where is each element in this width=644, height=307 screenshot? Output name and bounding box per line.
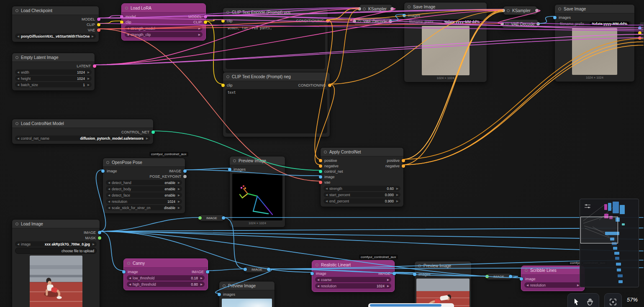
comfyui-canvas[interactable]: Load CheckpointMODELCLIPVAE◀ponyDiffusio…: [0, 0, 644, 307]
decrement-arrow-icon[interactable]: ◀: [326, 200, 328, 203]
node-collapse-dot[interactable]: [525, 269, 528, 272]
collapsed-output-dot[interactable]: [389, 20, 392, 23]
output-slot-VAE[interactable]: [97, 28, 100, 32]
collapsed-input-dot[interactable]: [353, 20, 356, 23]
widget-filename_prefix[interactable]: filename_prefix%date:yyyy-MM-dd%: [558, 21, 631, 26]
increment-arrow-icon[interactable]: ▶: [396, 193, 398, 197]
output-slot-positive[interactable]: [402, 159, 405, 162]
reroute-input-dot[interactable]: [244, 268, 247, 271]
decrement-arrow-icon[interactable]: ◀: [108, 181, 110, 184]
zoom-level[interactable]: 57%: [627, 297, 638, 303]
input-slot-images[interactable]: [413, 273, 416, 276]
decrement-arrow-icon[interactable]: ◀: [317, 284, 319, 288]
widget-detect_hand[interactable]: ◀detect_handenable▶: [106, 180, 182, 185]
output-slot-IMAGE[interactable]: [206, 270, 209, 274]
reroute-node[interactable]: IMAGE: [245, 266, 269, 273]
node-collapse-dot[interactable]: [226, 75, 229, 78]
node-header[interactable]: Preview Image: [230, 156, 285, 165]
node-collapse-dot[interactable]: [507, 9, 510, 12]
widget-resolution[interactable]: ◀resolution▶: [524, 282, 581, 288]
widget-strength_clip[interactable]: ◀strength_clip▶: [125, 32, 203, 37]
reroute-node[interactable]: IMAGE: [487, 273, 511, 280]
input-slot-image[interactable]: [520, 277, 523, 281]
input-slot-clip[interactable]: [221, 84, 225, 87]
decrement-arrow-icon[interactable]: ◀: [326, 193, 328, 197]
node-collapse-dot[interactable]: [125, 7, 128, 10]
increment-arrow-icon[interactable]: ▶: [198, 33, 200, 36]
output-slot-IMAGE[interactable]: [393, 272, 396, 275]
input-slot-vae[interactable]: [319, 181, 322, 184]
increment-arrow-icon[interactable]: ▶: [92, 243, 95, 246]
node-collapse-dot[interactable]: [505, 23, 508, 26]
increment-arrow-icon[interactable]: ▶: [87, 77, 90, 80]
node-collapse-dot[interactable]: [15, 9, 18, 12]
node-collapse-dot[interactable]: [363, 8, 366, 10]
output-slot-LATENT[interactable]: [93, 64, 96, 68]
decrement-arrow-icon[interactable]: ◀: [326, 187, 328, 190]
node-collapse-dot[interactable]: [226, 11, 229, 14]
node-collapse-dot[interactable]: [106, 161, 109, 164]
output-slot-MODEL[interactable]: [97, 18, 100, 21]
offscreen-slot-dot[interactable]: [638, 36, 641, 40]
output-slot-CLIP[interactable]: [204, 20, 207, 24]
decrement-arrow-icon[interactable]: ◀: [17, 77, 19, 80]
node-collapse-dot[interactable]: [223, 284, 226, 287]
increment-arrow-icon[interactable]: ▶: [87, 83, 90, 87]
node-header[interactable]: OpenPose Pose: [103, 158, 185, 167]
increment-arrow-icon[interactable]: ▶: [178, 187, 180, 191]
decrement-arrow-icon[interactable]: ◀: [108, 206, 110, 210]
input-slot-positive[interactable]: [319, 159, 322, 162]
increment-arrow-icon[interactable]: ▶: [396, 200, 398, 203]
node-collapse-dot[interactable]: [408, 5, 411, 8]
widget-strength_model[interactable]: ◀strength_model▶: [125, 26, 203, 31]
node-header[interactable]: Empty Latent Image: [12, 53, 95, 62]
increment-arrow-icon[interactable]: ▶: [198, 27, 200, 30]
widget-combo[interactable]: ◀ponyDiffusionV6XL_v6StartWithThisOne...…: [15, 33, 96, 39]
increment-arrow-icon[interactable]: ▶: [387, 278, 389, 281]
input-slot-images[interactable]: [218, 293, 221, 296]
widget-resolution[interactable]: ◀resolution1024▶: [315, 283, 391, 289]
input-slot-clip[interactable]: [120, 20, 123, 24]
input-slot-control_net[interactable]: [319, 170, 322, 173]
offscreen-slot-dot[interactable]: [638, 31, 641, 35]
node-header[interactable]: VAE Decode: [502, 20, 538, 28]
collapsed-input-dot[interactable]: [500, 22, 504, 26]
input-slot-clip[interactable]: [221, 19, 225, 23]
input-slot-images[interactable]: [403, 14, 406, 17]
input-slot-model[interactable]: [120, 15, 123, 18]
decrement-arrow-icon[interactable]: ◀: [108, 187, 110, 191]
minimap[interactable]: [580, 199, 639, 287]
increment-arrow-icon[interactable]: ▶: [200, 283, 203, 286]
widget-image[interactable]: ◀imagexxx akRp1k7G_700w_0.jpg▶: [15, 241, 97, 247]
prompt-textarea[interactable]: women, tan, red pants,: [226, 25, 325, 69]
offscreen-slot-dot[interactable]: [638, 26, 641, 30]
minimap-viewport[interactable]: [580, 217, 618, 243]
increment-arrow-icon[interactable]: ▶: [396, 187, 398, 190]
prompt-textarea[interactable]: text: [226, 89, 327, 133]
node-header[interactable]: CLIP Text Encode (Prompt) neg: [223, 72, 330, 81]
increment-arrow-icon[interactable]: ▶: [87, 71, 90, 74]
widget-detect_body[interactable]: ◀detect_bodyenable▶: [106, 186, 182, 192]
input-slot-image[interactable]: [122, 270, 126, 274]
fit-view-button[interactable]: [604, 293, 622, 307]
widget-scale_stick_for_xinsr_cn[interactable]: ◀scale_stick_for_xinsr_cndisable▶: [106, 205, 182, 210]
pointer-tool-icon[interactable]: [573, 298, 580, 306]
output-slot-MODEL[interactable]: [204, 15, 207, 18]
widget-choose-file-to-upload[interactable]: choose file to upload: [15, 248, 97, 254]
decrement-arrow-icon[interactable]: ◀: [17, 35, 19, 38]
decrement-arrow-icon[interactable]: ◀: [17, 137, 19, 140]
minimap-settings-icon[interactable]: [584, 203, 591, 211]
output-slot-IMAGE[interactable]: [98, 231, 101, 234]
collapsed-input-dot[interactable]: [502, 9, 505, 12]
input-slot-image[interactable]: [319, 175, 322, 179]
node-header[interactable]: KSampler: [359, 5, 392, 13]
node-collapse-dot[interactable]: [418, 264, 421, 267]
output-slot-CONDITIONING[interactable]: [328, 84, 331, 87]
increment-arrow-icon[interactable]: ▶: [92, 35, 94, 38]
widget-batch_size[interactable]: ◀batch_size1▶: [15, 82, 92, 87]
increment-arrow-icon[interactable]: ▶: [387, 284, 389, 288]
node-header[interactable]: Preview Image: [219, 281, 275, 290]
widget-filename_prefix[interactable]: filename_prefix%date:yyyy-MM-dd%: [407, 19, 484, 24]
widget-end_percent[interactable]: ◀end_percent0.900▶: [323, 198, 400, 204]
increment-arrow-icon[interactable]: ▶: [577, 284, 579, 287]
